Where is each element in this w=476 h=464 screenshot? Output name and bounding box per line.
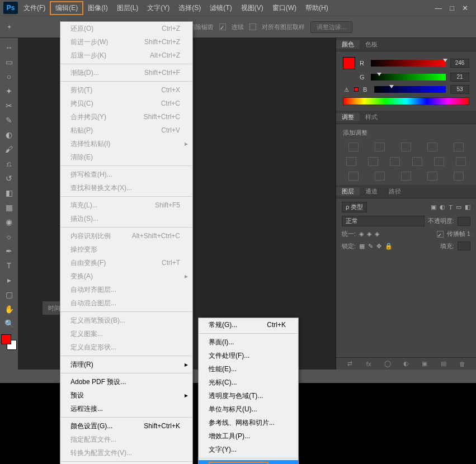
tab-swatches[interactable]: 色板 (360, 40, 383, 49)
filter-shape-icon[interactable]: ▭ (456, 203, 461, 211)
tab-adjustments[interactable]: 调整 (336, 113, 360, 121)
minimize-button[interactable]: — (435, 4, 442, 12)
menuitem-Adobe PDF 预设...[interactable]: Adobe PDF 预设... (60, 375, 192, 389)
b-slider[interactable] (374, 86, 446, 93)
zoom-tool[interactable]: 🔍 (3, 318, 15, 330)
menuitem-清理(R)[interactable]: 清理(R) (60, 358, 192, 371)
menu-文件(F)[interactable]: 文件(F) (19, 2, 50, 14)
marquee-tool[interactable]: ▭ (3, 56, 15, 68)
blur-tool[interactable]: ◉ (3, 216, 15, 228)
menuitem-颜色设置(G)...[interactable]: 颜色设置(G)...Shift+Ctrl+K (60, 419, 192, 433)
menuitem-预设[interactable]: 预设 (60, 389, 192, 402)
g-slider[interactable] (371, 74, 446, 81)
r-slider[interactable] (371, 60, 446, 67)
menu-编辑(E)[interactable]: 编辑(E) (50, 1, 83, 15)
lock-pos-icon[interactable]: ✥ (376, 243, 381, 250)
eraser-tool[interactable]: ◧ (3, 187, 15, 199)
g-value[interactable]: 21 (450, 73, 469, 82)
healing-tool[interactable]: ◐ (3, 129, 15, 141)
menuitem-文字(Y)...[interactable]: 文字(Y)... (199, 443, 298, 456)
brush-tool[interactable]: 🖌 (3, 143, 15, 155)
move-tool[interactable]: ↔ (3, 41, 15, 54)
adj-posterize-icon[interactable] (375, 172, 385, 181)
lock-pixel-icon[interactable]: ✎ (368, 243, 373, 250)
menuitem-常规(G)...[interactable]: 常规(G)...Ctrl+K (199, 318, 298, 332)
filter-pixel-icon[interactable]: ▣ (431, 203, 436, 211)
layer-filter-kind[interactable]: ρ 类型 (342, 202, 367, 212)
tab-color[interactable]: 颜色 (336, 40, 360, 49)
group-icon[interactable]: ▣ (421, 360, 428, 368)
menu-滤镜(T)[interactable]: 滤镜(T) (205, 2, 236, 14)
menu-文字(Y)[interactable]: 文字(Y) (143, 2, 174, 14)
link-icon[interactable]: ⇄ (346, 360, 354, 368)
mask-icon[interactable]: ◯ (384, 360, 392, 368)
unify-style-icon[interactable]: ◈ (375, 230, 379, 238)
adj-curves-icon[interactable] (401, 143, 411, 151)
menuitem-远程连接...[interactable]: 远程连接... (60, 402, 192, 415)
r-value[interactable]: 246 (450, 59, 469, 68)
menuitem-Camera Raw(W)...[interactable]: Camera Raw(W)... (199, 460, 298, 464)
stamp-tool[interactable]: ⎌ (3, 158, 15, 170)
menuitem-界面(I)...[interactable]: 界面(I)... (199, 335, 298, 349)
pen-tool[interactable]: ✒ (3, 245, 15, 257)
opacity-input[interactable] (458, 217, 470, 226)
lock-all-icon[interactable]: 🔒 (385, 243, 393, 250)
menuitem-光标(C)...[interactable]: 光标(C)... (199, 376, 298, 389)
adjustment-layer-icon[interactable]: ◐ (402, 360, 410, 368)
new-layer-icon[interactable]: ▤ (440, 360, 447, 368)
tab-layers[interactable]: 图层 (336, 187, 360, 196)
filter-smart-icon[interactable]: ◧ (465, 203, 470, 211)
tab-paths[interactable]: 路径 (383, 187, 407, 196)
crop-tool[interactable]: ✂ (3, 100, 15, 112)
adj-photo-filter-icon[interactable] (412, 157, 422, 166)
menuitem-参考线、网格和切片...[interactable]: 参考线、网格和切片... (199, 416, 298, 429)
adj-hue-icon[interactable] (346, 157, 356, 166)
contiguous-checkbox[interactable] (219, 23, 226, 30)
dodge-tool[interactable]: ☼ (3, 230, 15, 243)
menu-图像(I)[interactable]: 图像(I) (83, 2, 112, 14)
refine-edge-button[interactable]: 调整边缘... (310, 21, 352, 33)
adj-brightness-icon[interactable] (348, 143, 359, 151)
adj-invert-icon[interactable] (348, 172, 359, 181)
unify-vis-icon[interactable]: ◈ (367, 230, 371, 238)
adj-selective-icon[interactable] (454, 172, 464, 181)
propagate-checkbox[interactable] (437, 231, 444, 238)
menu-窗口(W)[interactable]: 窗口(W) (268, 2, 301, 14)
path-select-tool[interactable]: ▸ (3, 274, 15, 286)
menuitem-增效工具(P)...[interactable]: 增效工具(P)... (199, 429, 298, 443)
filter-adj-icon[interactable]: ◐ (440, 203, 445, 211)
close-button[interactable]: ✕ (462, 4, 468, 12)
menuitem-透明度与色域(T)...[interactable]: 透明度与色域(T)... (199, 389, 298, 403)
menu-图层(L)[interactable]: 图层(L) (112, 2, 143, 14)
adj-threshold-icon[interactable] (401, 172, 411, 181)
blend-mode-select[interactable]: 正常 (342, 216, 425, 226)
adj-vibrance-icon[interactable] (454, 143, 464, 151)
adj-lookup-icon[interactable] (456, 157, 466, 166)
menuitem-文件处理(F)...[interactable]: 文件处理(F)... (199, 349, 298, 362)
adj-bw-icon[interactable] (390, 157, 400, 166)
lasso-tool[interactable]: ○ (3, 70, 15, 83)
maximize-button[interactable]: □ (450, 4, 454, 12)
trash-icon[interactable]: 🗑 (458, 360, 466, 368)
filter-text-icon[interactable]: T (449, 204, 453, 211)
menuitem-单位与标尺(U)...[interactable]: 单位与标尺(U)... (199, 403, 298, 416)
eyedropper-tool[interactable]: ✎ (3, 114, 15, 126)
type-tool[interactable]: T (3, 259, 15, 272)
menuitem-性能(E)...[interactable]: 性能(E)... (199, 362, 298, 376)
adj-levels-icon[interactable] (375, 143, 385, 151)
fill-input[interactable] (458, 242, 470, 250)
adj-mixer-icon[interactable] (434, 157, 444, 166)
adj-balance-icon[interactable] (368, 157, 378, 166)
foreground-background-swatch[interactable] (1, 334, 17, 350)
lock-trans-icon[interactable]: ▦ (359, 243, 365, 250)
history-brush-tool[interactable]: ↺ (3, 172, 15, 184)
menu-视图(V)[interactable]: 视图(V) (237, 2, 268, 14)
shape-tool[interactable]: ▢ (3, 288, 15, 301)
fx-icon[interactable]: fx (365, 360, 373, 368)
color-swatch[interactable] (343, 57, 355, 69)
adj-gradient-map-icon[interactable] (427, 172, 437, 181)
magic-wand-tool[interactable]: ✦ (3, 85, 15, 97)
adj-exposure-icon[interactable] (427, 143, 437, 151)
hand-tool[interactable]: ✋ (3, 303, 15, 315)
all-layers-checkbox[interactable] (249, 23, 256, 30)
